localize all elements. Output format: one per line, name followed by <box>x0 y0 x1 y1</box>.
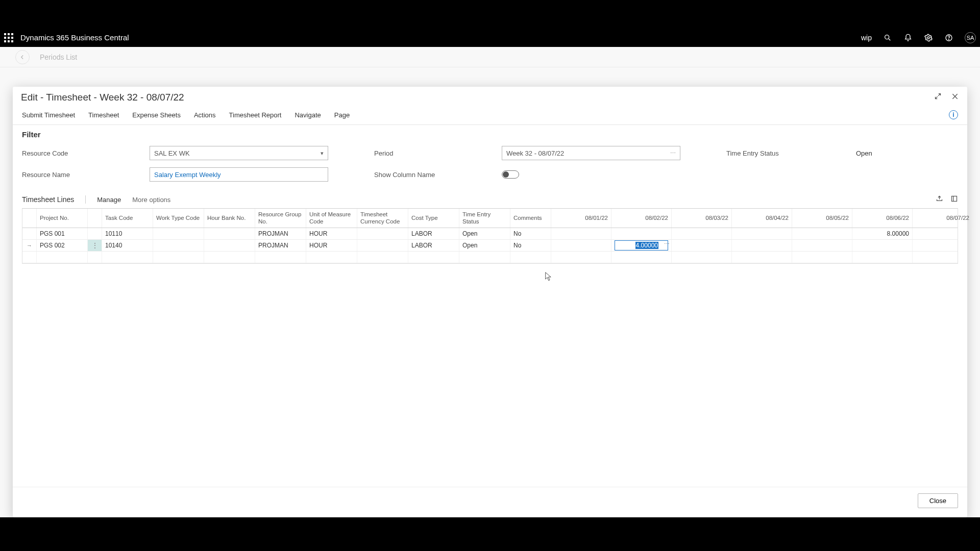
show-column-name-toggle[interactable] <box>502 170 519 179</box>
cell-tes[interactable]: Open <box>459 240 510 251</box>
close-button[interactable]: Close <box>918 493 958 508</box>
col-d5[interactable]: 08/05/22 <box>792 209 852 228</box>
cell-curr[interactable] <box>357 228 408 239</box>
expense-sheets-action[interactable]: Expense Sheets <box>132 111 181 119</box>
col-project[interactable]: Project No. <box>37 209 88 228</box>
timesheet-action[interactable]: Timesheet <box>88 111 119 119</box>
table-row-empty[interactable] <box>22 252 958 263</box>
col-d6[interactable]: 08/06/22 <box>852 209 913 228</box>
cell-curr[interactable] <box>357 240 408 251</box>
cell-costtype[interactable]: LABOR <box>408 240 459 251</box>
action-toolbar: Submit Timesheet Timesheet Expense Sheet… <box>13 105 967 125</box>
cell-d2-editing[interactable]: 4.00000 ⋯ <box>611 240 672 251</box>
col-costtype[interactable]: Cost Type <box>408 209 459 228</box>
close-icon[interactable] <box>951 92 959 103</box>
col-hourbank[interactable]: Hour Bank No. <box>204 209 255 228</box>
col-d7[interactable]: 08/07/22 <box>913 209 973 228</box>
search-icon[interactable] <box>883 33 892 42</box>
cell-comments[interactable]: No <box>510 228 551 239</box>
cell-d4[interactable] <box>732 240 792 251</box>
cell-project[interactable]: PGS 002 <box>37 240 88 251</box>
cell-d1[interactable] <box>551 228 611 239</box>
col-d4[interactable]: 08/04/22 <box>732 209 792 228</box>
app-title: Dynamics 365 Business Central <box>20 33 129 42</box>
cell-task[interactable]: 10110 <box>102 228 153 239</box>
resource-name-value: Salary Exempt Weekly <box>154 171 221 179</box>
user-avatar[interactable]: SA <box>965 32 976 43</box>
col-comments[interactable]: Comments <box>510 209 551 228</box>
page-title: Edit - Timesheet - Week 32 - 08/07/22 <box>21 92 184 103</box>
navigate-action[interactable]: Navigate <box>295 111 321 119</box>
chevron-down-icon[interactable]: ▾ <box>321 150 324 157</box>
row-menu-icon[interactable]: ⋮ <box>88 240 102 251</box>
cell-resgroup[interactable]: PROJMAN <box>255 240 306 251</box>
svg-point-0 <box>885 35 889 39</box>
env-badge[interactable]: wip <box>861 34 872 42</box>
period-input[interactable]: Week 32 - 08/07/22 ⋯ <box>502 146 680 160</box>
cell-tes[interactable]: Open <box>459 228 510 239</box>
resource-name-link[interactable]: Salary Exempt Weekly <box>150 167 328 182</box>
ellipsis-icon[interactable]: ⋯ <box>664 241 670 247</box>
cell-d5[interactable] <box>792 228 852 239</box>
cell-d6[interactable]: 8.00000 <box>852 228 913 239</box>
table-header: Project No. Task Code Work Type Code Hou… <box>22 209 958 228</box>
cell-worktype[interactable] <box>153 240 204 251</box>
actions-menu[interactable]: Actions <box>194 111 216 119</box>
maximize-icon[interactable] <box>950 195 958 204</box>
ellipsis-icon[interactable]: ⋯ <box>670 150 676 157</box>
settings-icon[interactable] <box>924 33 933 42</box>
col-currency[interactable]: Timesheet Currency Code <box>357 209 408 228</box>
cell-resgroup[interactable]: PROJMAN <box>255 228 306 239</box>
row-selector-icon[interactable]: → <box>22 240 37 251</box>
col-d2[interactable]: 08/02/22 <box>611 209 672 228</box>
cell-costtype[interactable]: LABOR <box>408 228 459 239</box>
lines-heading: Timesheet Lines <box>22 195 74 204</box>
manage-action[interactable]: Manage <box>97 196 121 204</box>
help-icon[interactable] <box>944 33 953 42</box>
info-icon[interactable]: i <box>949 110 958 119</box>
cell-d3[interactable] <box>672 240 732 251</box>
cell-d3[interactable] <box>672 228 732 239</box>
col-resgroup[interactable]: Resource Group No. <box>255 209 306 228</box>
cell-worktype[interactable] <box>153 228 204 239</box>
cell-d6[interactable] <box>852 240 913 251</box>
cell-task[interactable]: 10140 <box>102 240 153 251</box>
resource-name-label: Resource Name <box>22 171 150 179</box>
cell-d1[interactable] <box>551 240 611 251</box>
cell-uom[interactable]: HOUR <box>306 228 357 239</box>
resource-code-input[interactable]: SAL EX WK ▾ <box>150 146 328 160</box>
page-action[interactable]: Page <box>334 111 350 119</box>
cell-project[interactable]: PGS 001 <box>37 228 88 239</box>
time-entry-status-label: Time Entry Status <box>726 149 854 157</box>
timesheet-report-action[interactable]: Timesheet Report <box>229 111 282 119</box>
cell-comments[interactable]: No <box>510 240 551 251</box>
svg-point-4 <box>948 39 949 39</box>
cell-d4[interactable] <box>732 228 792 239</box>
col-d1[interactable]: 08/01/22 <box>551 209 611 228</box>
col-task[interactable]: Task Code <box>102 209 153 228</box>
col-worktype[interactable]: Work Type Code <box>153 209 204 228</box>
cell-d7[interactable] <box>913 228 973 239</box>
col-d3[interactable]: 08/03/22 <box>672 209 732 228</box>
cell-d2[interactable] <box>611 228 672 239</box>
notifications-icon[interactable] <box>903 33 913 42</box>
cell-hourbank[interactable] <box>204 228 255 239</box>
expand-icon[interactable] <box>934 92 942 103</box>
table-row[interactable]: → PGS 002 ⋮ 10140 PROJMAN HOUR LABOR Ope… <box>22 240 958 252</box>
col-uom[interactable]: Unit of Measure Code <box>306 209 357 228</box>
submit-timesheet-action[interactable]: Submit Timesheet <box>22 111 75 119</box>
cell-d5[interactable] <box>792 240 852 251</box>
cell-d7[interactable] <box>913 240 973 251</box>
table-row[interactable]: PGS 001 10110 PROJMAN HOUR LABOR Open No… <box>22 228 958 240</box>
cell-hourbank[interactable] <box>204 240 255 251</box>
breadcrumb-item[interactable]: Periods List <box>40 53 77 61</box>
more-options-action[interactable]: More options <box>132 196 170 204</box>
timesheet-lines-table: Project No. Task Code Work Type Code Hou… <box>22 208 958 264</box>
app-launcher-icon[interactable] <box>4 33 13 42</box>
back-icon[interactable] <box>15 50 30 64</box>
col-tes[interactable]: Time Entry Status <box>459 209 510 228</box>
app-header: Dynamics 365 Business Central wip SA <box>0 28 980 47</box>
svg-line-1 <box>889 39 890 40</box>
share-icon[interactable] <box>936 195 943 204</box>
cell-uom[interactable]: HOUR <box>306 240 357 251</box>
